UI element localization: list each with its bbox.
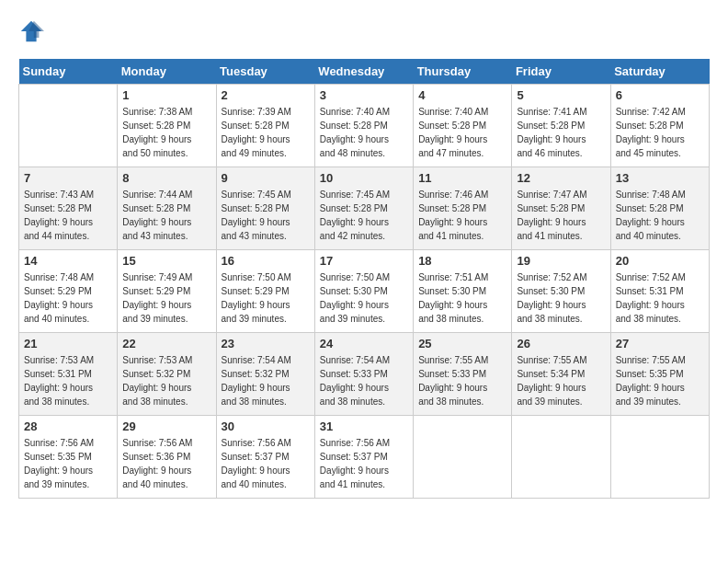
calendar-cell: 17Sunrise: 7:50 AMSunset: 5:30 PMDayligh… xyxy=(314,250,413,333)
day-info: Sunrise: 7:53 AMSunset: 5:32 PMDaylight:… xyxy=(122,353,210,408)
calendar-cell: 14Sunrise: 7:48 AMSunset: 5:29 PMDayligh… xyxy=(19,250,118,333)
weekday-header: Tuesday xyxy=(216,59,314,85)
day-number: 30 xyxy=(222,419,310,433)
calendar-cell: 16Sunrise: 7:50 AMSunset: 5:29 PMDayligh… xyxy=(216,250,314,333)
calendar-cell: 5Sunrise: 7:41 AMSunset: 5:28 PMDaylight… xyxy=(512,85,610,167)
calendar-cell: 27Sunrise: 7:55 AMSunset: 5:35 PMDayligh… xyxy=(610,333,709,416)
calendar-week-row: 28Sunrise: 7:56 AMSunset: 5:35 PMDayligh… xyxy=(19,416,710,499)
calendar-cell: 10Sunrise: 7:45 AMSunset: 5:28 PMDayligh… xyxy=(314,167,413,250)
day-info: Sunrise: 7:52 AMSunset: 5:31 PMDaylight:… xyxy=(616,270,704,326)
day-info: Sunrise: 7:55 AMSunset: 5:34 PMDaylight:… xyxy=(517,353,605,408)
day-info: Sunrise: 7:53 AMSunset: 5:31 PMDaylight:… xyxy=(24,353,112,408)
day-info: Sunrise: 7:43 AMSunset: 5:28 PMDaylight:… xyxy=(24,188,112,243)
weekday-header: Friday xyxy=(512,59,610,85)
day-number: 26 xyxy=(517,337,605,350)
day-number: 14 xyxy=(24,254,112,268)
weekday-header: Wednesday xyxy=(314,59,413,85)
day-number: 13 xyxy=(616,171,704,185)
weekday-header: Saturday xyxy=(610,59,709,85)
calendar-cell: 21Sunrise: 7:53 AMSunset: 5:31 PMDayligh… xyxy=(19,333,118,416)
calendar-cell: 31Sunrise: 7:56 AMSunset: 5:37 PMDayligh… xyxy=(314,416,413,499)
header-row: SundayMondayTuesdayWednesdayThursdayFrid… xyxy=(19,59,710,85)
day-info: Sunrise: 7:48 AMSunset: 5:29 PMDaylight:… xyxy=(24,270,112,326)
day-number: 27 xyxy=(616,337,704,350)
day-number: 7 xyxy=(24,171,112,185)
calendar-cell: 23Sunrise: 7:54 AMSunset: 5:32 PMDayligh… xyxy=(216,333,314,416)
calendar-cell: 25Sunrise: 7:55 AMSunset: 5:33 PMDayligh… xyxy=(414,333,512,416)
day-info: Sunrise: 7:40 AMSunset: 5:28 PMDaylight:… xyxy=(320,105,408,160)
calendar-cell: 28Sunrise: 7:56 AMSunset: 5:35 PMDayligh… xyxy=(19,416,118,499)
day-number: 4 xyxy=(418,88,506,102)
day-info: Sunrise: 7:56 AMSunset: 5:36 PMDaylight:… xyxy=(122,436,210,491)
day-info: Sunrise: 7:39 AMSunset: 5:28 PMDaylight:… xyxy=(222,105,310,160)
day-info: Sunrise: 7:54 AMSunset: 5:32 PMDaylight:… xyxy=(222,353,310,408)
calendar-cell: 3Sunrise: 7:40 AMSunset: 5:28 PMDaylight… xyxy=(314,85,413,167)
calendar-week-row: 14Sunrise: 7:48 AMSunset: 5:29 PMDayligh… xyxy=(19,250,710,333)
calendar-cell: 15Sunrise: 7:49 AMSunset: 5:29 PMDayligh… xyxy=(118,250,216,333)
calendar-cell xyxy=(414,416,512,499)
day-info: Sunrise: 7:47 AMSunset: 5:28 PMDaylight:… xyxy=(517,188,605,243)
calendar-week-row: 21Sunrise: 7:53 AMSunset: 5:31 PMDayligh… xyxy=(19,333,710,416)
calendar-week-row: 1Sunrise: 7:38 AMSunset: 5:28 PMDaylight… xyxy=(19,85,710,167)
day-number: 11 xyxy=(418,171,506,185)
weekday-header: Monday xyxy=(118,59,216,85)
calendar-cell: 6Sunrise: 7:42 AMSunset: 5:28 PMDaylight… xyxy=(610,85,709,167)
calendar-cell xyxy=(610,416,709,499)
day-info: Sunrise: 7:41 AMSunset: 5:28 PMDaylight:… xyxy=(517,105,605,160)
day-number: 5 xyxy=(517,88,605,102)
calendar-cell: 13Sunrise: 7:48 AMSunset: 5:28 PMDayligh… xyxy=(610,167,709,250)
day-number: 23 xyxy=(222,337,310,350)
day-number: 19 xyxy=(517,254,605,268)
calendar-cell: 7Sunrise: 7:43 AMSunset: 5:28 PMDaylight… xyxy=(19,167,118,250)
day-number: 31 xyxy=(320,419,408,433)
day-number: 10 xyxy=(320,171,408,185)
day-info: Sunrise: 7:48 AMSunset: 5:28 PMDaylight:… xyxy=(616,188,704,243)
logo-icon xyxy=(18,18,44,44)
day-number: 24 xyxy=(320,337,408,350)
calendar-cell xyxy=(19,85,118,167)
day-info: Sunrise: 7:42 AMSunset: 5:28 PMDaylight:… xyxy=(616,105,704,160)
day-info: Sunrise: 7:50 AMSunset: 5:30 PMDaylight:… xyxy=(320,270,408,326)
calendar-cell: 12Sunrise: 7:47 AMSunset: 5:28 PMDayligh… xyxy=(512,167,610,250)
day-info: Sunrise: 7:52 AMSunset: 5:30 PMDaylight:… xyxy=(517,270,605,326)
day-number: 17 xyxy=(320,254,408,268)
day-number: 28 xyxy=(24,419,112,433)
day-number: 18 xyxy=(418,254,506,268)
day-info: Sunrise: 7:55 AMSunset: 5:33 PMDaylight:… xyxy=(418,353,506,408)
day-info: Sunrise: 7:50 AMSunset: 5:29 PMDaylight:… xyxy=(222,270,310,326)
calendar-cell: 19Sunrise: 7:52 AMSunset: 5:30 PMDayligh… xyxy=(512,250,610,333)
day-info: Sunrise: 7:45 AMSunset: 5:28 PMDaylight:… xyxy=(222,188,310,243)
calendar-cell: 8Sunrise: 7:44 AMSunset: 5:28 PMDaylight… xyxy=(118,167,216,250)
calendar-cell: 29Sunrise: 7:56 AMSunset: 5:36 PMDayligh… xyxy=(118,416,216,499)
day-info: Sunrise: 7:56 AMSunset: 5:37 PMDaylight:… xyxy=(320,436,408,491)
calendar-cell: 22Sunrise: 7:53 AMSunset: 5:32 PMDayligh… xyxy=(118,333,216,416)
day-number: 25 xyxy=(418,337,506,350)
calendar-cell: 9Sunrise: 7:45 AMSunset: 5:28 PMDaylight… xyxy=(216,167,314,250)
day-info: Sunrise: 7:54 AMSunset: 5:33 PMDaylight:… xyxy=(320,353,408,408)
page-header xyxy=(18,18,710,44)
calendar-cell: 20Sunrise: 7:52 AMSunset: 5:31 PMDayligh… xyxy=(610,250,709,333)
day-info: Sunrise: 7:55 AMSunset: 5:35 PMDaylight:… xyxy=(616,353,704,408)
calendar-cell: 2Sunrise: 7:39 AMSunset: 5:28 PMDaylight… xyxy=(216,85,314,167)
weekday-header: Sunday xyxy=(19,59,118,85)
day-number: 29 xyxy=(122,419,210,433)
weekday-header: Thursday xyxy=(414,59,512,85)
day-number: 15 xyxy=(122,254,210,268)
day-number: 1 xyxy=(122,88,210,102)
logo xyxy=(18,18,48,44)
calendar-cell: 18Sunrise: 7:51 AMSunset: 5:30 PMDayligh… xyxy=(414,250,512,333)
day-info: Sunrise: 7:49 AMSunset: 5:29 PMDaylight:… xyxy=(122,270,210,326)
calendar-cell: 26Sunrise: 7:55 AMSunset: 5:34 PMDayligh… xyxy=(512,333,610,416)
calendar-table: SundayMondayTuesdayWednesdayThursdayFrid… xyxy=(18,59,710,499)
day-number: 20 xyxy=(616,254,704,268)
day-info: Sunrise: 7:44 AMSunset: 5:28 PMDaylight:… xyxy=(122,188,210,243)
day-number: 6 xyxy=(616,88,704,102)
day-number: 2 xyxy=(222,88,310,102)
day-info: Sunrise: 7:45 AMSunset: 5:28 PMDaylight:… xyxy=(320,188,408,243)
calendar-cell: 11Sunrise: 7:46 AMSunset: 5:28 PMDayligh… xyxy=(414,167,512,250)
calendar-cell: 1Sunrise: 7:38 AMSunset: 5:28 PMDaylight… xyxy=(118,85,216,167)
day-number: 3 xyxy=(320,88,408,102)
day-number: 9 xyxy=(222,171,310,185)
day-info: Sunrise: 7:56 AMSunset: 5:37 PMDaylight:… xyxy=(222,436,310,491)
day-info: Sunrise: 7:46 AMSunset: 5:28 PMDaylight:… xyxy=(418,188,506,243)
